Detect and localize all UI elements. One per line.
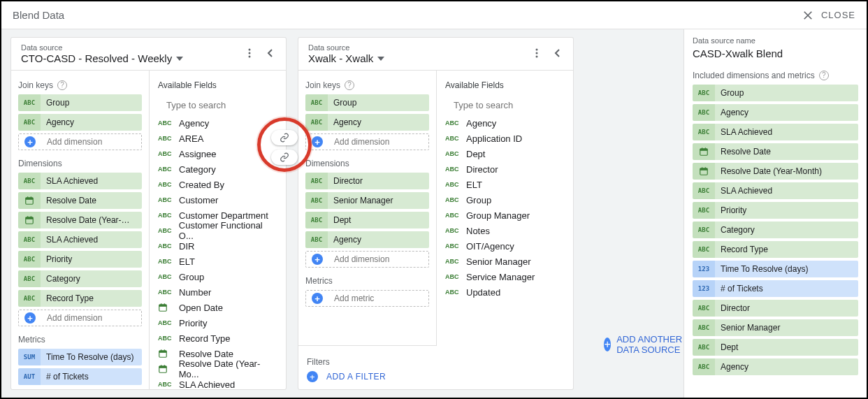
available-field[interactable]: ABCUpdated: [445, 284, 566, 300]
included-chip[interactable]: ABCCategory: [693, 222, 858, 238]
included-chip[interactable]: ABCSLA Achieved: [693, 182, 858, 199]
available-field[interactable]: ABCDirector: [445, 161, 566, 177]
join-link-group[interactable]: [271, 130, 298, 145]
chip-label: Category: [41, 274, 142, 284]
metrics-label: Metrics: [18, 335, 142, 344]
help-icon[interactable]: ?: [345, 80, 354, 90]
dimension-chip[interactable]: ABCCategory: [18, 270, 142, 287]
available-field[interactable]: ABCCustomer Functional O...: [158, 223, 279, 238]
join-links: [271, 130, 298, 165]
type-icon: ABC: [693, 182, 715, 199]
metric-chip[interactable]: SUMTime To Resolve (days): [18, 349, 142, 365]
chip-label: Resolve Date (Year-Mo...: [41, 215, 142, 225]
available-field[interactable]: ABCELT: [158, 254, 279, 269]
available-field[interactable]: Open Date: [158, 300, 279, 315]
available-field[interactable]: ABCAREA: [158, 131, 279, 146]
help-icon[interactable]: ?: [819, 71, 829, 80]
available-field[interactable]: Resolve Date (Year-Mo...: [158, 361, 279, 377]
add-join-key-button[interactable]: +Add dimension: [18, 133, 142, 150]
collapse-button-1[interactable]: [261, 43, 280, 63]
dimension-chip[interactable]: Resolve Date: [18, 192, 142, 209]
included-chip[interactable]: ABCRecord Type: [693, 241, 858, 258]
available-field[interactable]: ABCSLA Achieved: [158, 377, 279, 389]
available-field[interactable]: ABCOIT/Agency: [445, 238, 566, 254]
included-chip[interactable]: Resolve Date: [693, 143, 858, 160]
available-field[interactable]: ABCService Manager: [445, 269, 566, 284]
available-field[interactable]: ABCELT: [445, 177, 566, 192]
included-chip[interactable]: ABCSLA Achieved: [693, 124, 858, 140]
available-field[interactable]: ABCGroup Manager: [445, 208, 566, 223]
type-icon: ABC: [693, 222, 715, 238]
add-another-source-button[interactable]: + ADD ANOTHER DATA SOURCE: [604, 334, 683, 355]
dimension-chip[interactable]: ABCDirector: [305, 173, 429, 189]
included-chip[interactable]: 123# of Tickets: [693, 280, 858, 297]
included-chip[interactable]: ABCDept: [693, 339, 858, 356]
help-icon[interactable]: ?: [57, 80, 67, 90]
available-field[interactable]: ABCPriority: [158, 315, 279, 331]
source-header-2: Data source Xwalk - Xwalk: [298, 38, 573, 71]
join-key-chip[interactable]: ABCAgency: [18, 114, 142, 131]
source-picker-2[interactable]: Xwalk - Xwalk: [308, 52, 527, 64]
included-chip[interactable]: ABCAgency: [693, 358, 858, 375]
metric-chip[interactable]: AUT# of Tickets: [18, 368, 142, 385]
available-field[interactable]: ABCGroup: [158, 269, 279, 284]
included-chip[interactable]: ABCGroup: [693, 85, 858, 101]
join-key-chip[interactable]: ABCGroup: [305, 94, 429, 111]
more-button-1[interactable]: [240, 43, 259, 63]
add-dimension-button[interactable]: +Add dimension: [18, 310, 142, 326]
dimension-chip[interactable]: ABCRecord Type: [18, 290, 142, 307]
chip-label: Dept: [715, 342, 858, 352]
join-key-chip[interactable]: ABCGroup: [18, 94, 142, 111]
chevron-left-icon: [265, 48, 276, 59]
type-icon: 123: [693, 280, 715, 297]
available-field[interactable]: ABCDept: [445, 146, 566, 161]
plus-icon: +: [19, 134, 41, 150]
join-link-agency[interactable]: [271, 150, 298, 165]
blend-name-input[interactable]: [693, 48, 858, 59]
available-field[interactable]: ABCCreated By: [158, 177, 279, 192]
add-join-key-button[interactable]: +Add dimension: [305, 133, 429, 150]
available-field[interactable]: ABCDIR: [158, 238, 279, 254]
available-field[interactable]: ABCAgency: [445, 115, 566, 131]
dimension-chip[interactable]: ABCAgency: [305, 231, 429, 248]
chevron-left-icon: [552, 48, 563, 59]
included-chip[interactable]: ABCDirector: [693, 300, 858, 317]
collapse-button-2[interactable]: [548, 43, 567, 63]
available-field[interactable]: ABCNumber: [158, 284, 279, 300]
available-field[interactable]: ABCSenior Manager: [445, 254, 566, 269]
caret-down-icon: [377, 57, 384, 61]
dimension-chip[interactable]: Resolve Date (Year-Mo...: [18, 212, 142, 228]
add-label: Add dimension: [328, 254, 428, 264]
add-metric-button[interactable]: +Add metric: [305, 290, 429, 307]
source-header-1: Data source CTO-CASD - Resolved - Weekly: [11, 38, 286, 71]
available-field[interactable]: ABCAssignee: [158, 146, 279, 161]
included-chip[interactable]: ABCAgency: [693, 104, 858, 121]
dimension-chip[interactable]: ABCSLA Achieved: [18, 231, 142, 248]
included-chip[interactable]: 123Time To Resolve (days): [693, 261, 858, 277]
source-picker-1[interactable]: CTO-CASD - Resolved - Weekly: [21, 52, 240, 64]
available-field[interactable]: ABCRecord Type: [158, 331, 279, 346]
add-filter-button[interactable]: + ADD A FILTER: [307, 371, 428, 382]
dimension-chip[interactable]: ABCPriority: [18, 251, 142, 268]
dimension-chip[interactable]: ABCSLA Achieved: [18, 173, 142, 189]
available-field[interactable]: ABCCategory: [158, 161, 279, 177]
search-input-1[interactable]: [165, 99, 285, 111]
field-label: Updated: [466, 287, 500, 298]
dimension-chip[interactable]: ABCSenior Manager: [305, 192, 429, 209]
add-dimension-button[interactable]: +Add dimension: [305, 251, 429, 268]
available-field[interactable]: ABCAgency: [158, 115, 279, 131]
included-chip[interactable]: Resolve Date (Year-Month): [693, 163, 858, 180]
search-input-2[interactable]: [452, 99, 572, 111]
type-icon: [18, 212, 41, 228]
included-chip[interactable]: ABCSenior Manager: [693, 319, 858, 336]
available-field[interactable]: ABCNotes: [445, 223, 566, 238]
more-button-2[interactable]: [527, 43, 547, 63]
close-button[interactable]: CLOSE: [802, 9, 855, 22]
chip-label: # of Tickets: [715, 284, 858, 293]
available-field[interactable]: ABCCustomer: [158, 192, 279, 208]
available-field[interactable]: ABCGroup: [445, 192, 566, 208]
join-key-chip[interactable]: ABCAgency: [305, 114, 429, 131]
dimension-chip[interactable]: ABCDept: [305, 212, 429, 228]
included-chip[interactable]: ABCPriority: [693, 202, 858, 219]
available-field[interactable]: ABCApplication ID: [445, 131, 566, 146]
